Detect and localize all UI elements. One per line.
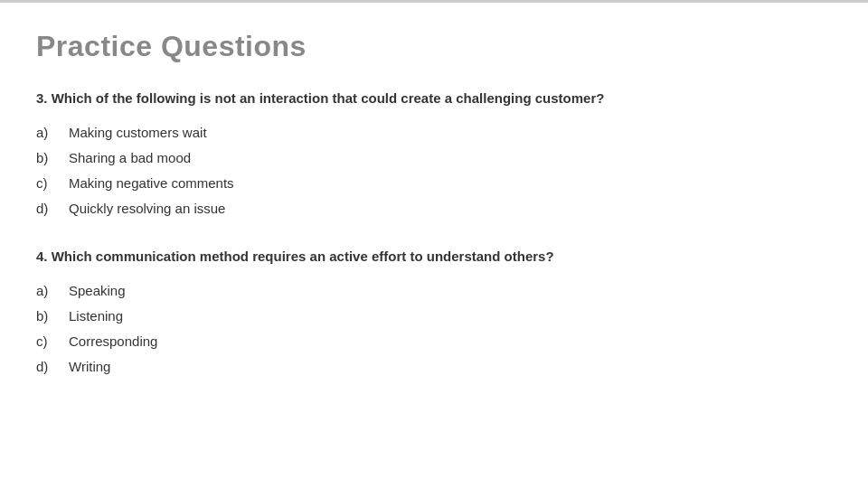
question-4: 4. Which communication method requires a… — [36, 247, 832, 266]
list-item: a) Making customers wait — [36, 120, 832, 145]
answer-label: a) — [36, 122, 69, 144]
page-title: Practice Questions — [36, 30, 832, 63]
answer-text: Writing — [69, 356, 110, 378]
answer-label: c) — [36, 173, 69, 194]
list-item: b) Sharing a bad mood — [36, 145, 832, 171]
answer-label: c) — [36, 331, 69, 352]
list-item: c) Corresponding — [36, 329, 832, 354]
answer-text: Sharing a bad mood — [69, 147, 191, 169]
list-item: d) Writing — [36, 354, 832, 380]
answer-label: b) — [36, 305, 69, 327]
answer-label: d) — [36, 356, 69, 378]
answer-text: Corresponding — [69, 331, 157, 352]
answer-list-q4: a) Speaking b) Listening c) Correspondin… — [36, 278, 832, 380]
question-3: 3. Which of the following is not an inte… — [36, 89, 832, 108]
answer-label: b) — [36, 147, 69, 169]
answer-label: a) — [36, 280, 69, 302]
answer-text: Making negative comments — [69, 173, 234, 194]
list-item: b) Listening — [36, 304, 832, 329]
answer-text: Listening — [69, 305, 123, 327]
answer-label: d) — [36, 198, 69, 220]
list-item: c) Making negative comments — [36, 171, 832, 196]
answer-list-q3: a) Making customers wait b) Sharing a ba… — [36, 120, 832, 221]
list-item: a) Speaking — [36, 278, 832, 304]
answer-text: Quickly resolving an issue — [69, 198, 225, 220]
answer-text: Speaking — [69, 280, 126, 302]
answer-text: Making customers wait — [69, 122, 207, 144]
list-item: d) Quickly resolving an issue — [36, 196, 832, 221]
page-container: Practice Questions 3. Which of the follo… — [0, 3, 868, 432]
